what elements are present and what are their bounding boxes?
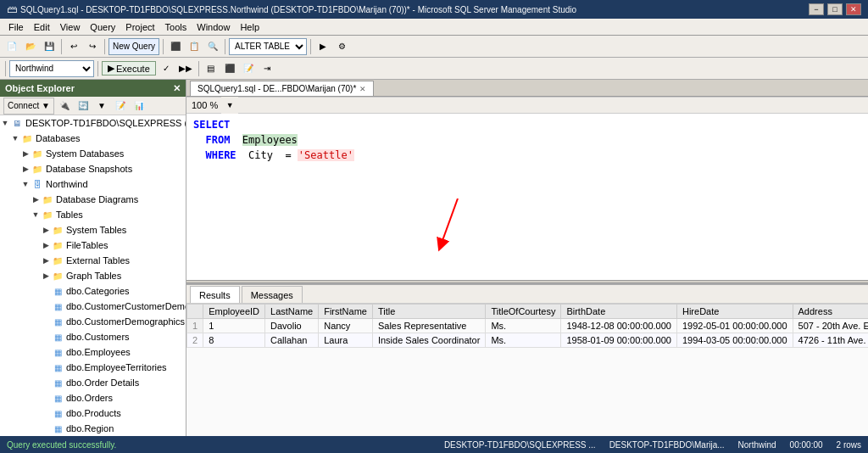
tree-expander-employees[interactable] — [41, 347, 51, 357]
tree-item-orderdetails[interactable]: ▦dbo.Order Details — [0, 375, 186, 390]
table-row[interactable]: 28CallahanLauraInside Sales CoordinatorM… — [187, 333, 869, 348]
oe-disconnect-button[interactable]: 🔌 — [56, 98, 73, 115]
menu-item-view[interactable]: View — [55, 20, 86, 34]
tree-item-graphtables[interactable]: ▶📁Graph Tables — [0, 268, 186, 283]
tree-expander-snapshots[interactable]: ▶ — [20, 164, 31, 174]
execute-button[interactable]: ▶ Execute — [102, 61, 156, 76]
tree-expander-region[interactable] — [41, 423, 51, 433]
content-area: SQLQuery1.sql - DE...FBDO\Marijan (70)* … — [186, 80, 868, 436]
alter-table-combo[interactable]: ALTER TABLE — [229, 38, 307, 55]
tree-expander-orders[interactable] — [41, 393, 51, 403]
zoom-dropdown[interactable]: ▼ — [221, 97, 238, 114]
cell-1-4: Inside Sales Coordinator — [372, 333, 485, 348]
sql-editor[interactable]: SELECT FROM Employees WHERE City = 'Seat… — [186, 114, 868, 280]
menu-item-query[interactable]: Query — [85, 20, 120, 34]
status-right: DESKTOP-TD1FBDO\SQLEXPRESS ... DESKTOP-T… — [444, 440, 861, 450]
tree-item-dbdiagrams[interactable]: ▶📁Database Diagrams — [0, 192, 186, 207]
maximize-button[interactable]: □ — [827, 3, 843, 15]
tree-expander-databases[interactable]: ▼ — [10, 133, 20, 143]
oe-refresh-button[interactable]: 🔄 — [75, 98, 92, 115]
messages-tab[interactable]: Messages — [242, 286, 303, 303]
col-header-2: LastName — [265, 305, 319, 319]
tree-item-custcustdemo[interactable]: ▦dbo.CustomerCustomerDemo — [0, 299, 186, 314]
tb-indent-button[interactable]: ⇥ — [259, 60, 275, 77]
save-button[interactable]: 💾 — [41, 38, 58, 55]
debug-button[interactable]: ▶▶ — [176, 60, 195, 77]
tree-expander-custcustdemo[interactable] — [41, 301, 51, 311]
tree-item-employees[interactable]: ▦dbo.Employees — [0, 344, 186, 360]
tb-icon-4[interactable]: ▶ — [314, 38, 331, 55]
oe-report-button[interactable]: 📊 — [131, 98, 147, 115]
minimize-button[interactable]: − — [809, 3, 824, 15]
tree-item-systables[interactable]: ▶📁System Tables — [0, 222, 186, 238]
app-icon: 🗃 — [7, 3, 17, 15]
separator-7 — [97, 61, 98, 76]
tree-item-exttables[interactable]: ▶📁External Tables — [0, 253, 186, 268]
tree-item-databases[interactable]: ▼📁Databases — [0, 131, 186, 146]
results-tabs: Results Messages — [186, 285, 868, 304]
tree-item-categories[interactable]: ▦dbo.Categories — [0, 283, 186, 299]
menu-item-window[interactable]: Window — [192, 20, 235, 34]
tree-expander-tables[interactable]: ▼ — [31, 210, 41, 220]
tree-expander-filetables[interactable]: ▶ — [41, 240, 51, 250]
tree-item-snapshots[interactable]: ▶📁Database Snapshots — [0, 161, 186, 176]
database-selector[interactable]: Northwind — [9, 60, 94, 77]
undo-button[interactable]: ↩ — [65, 38, 82, 55]
menu-item-edit[interactable]: Edit — [29, 20, 55, 34]
menu-item-help[interactable]: Help — [235, 20, 264, 34]
tree-expander-products[interactable] — [41, 408, 51, 418]
close-button[interactable]: ✕ — [846, 3, 861, 15]
tree-item-northwind[interactable]: ▼🗄Northwind — [0, 176, 186, 192]
open-button[interactable]: 📂 — [22, 38, 39, 55]
query-tab[interactable]: SQLQuery1.sql - DE...FBDO\Marijan (70)* … — [190, 81, 374, 96]
tb-icon-5[interactable]: ⚙ — [333, 38, 350, 55]
tree-item-empterritories[interactable]: ▦dbo.EmployeeTerritories — [0, 360, 186, 375]
tree-item-filetables[interactable]: ▶📁FileTables — [0, 238, 186, 253]
tree-expander-categories[interactable] — [41, 286, 51, 296]
tree-item-products[interactable]: ▦dbo.Products — [0, 405, 186, 421]
tree-item-custdemo[interactable]: ▦dbo.CustomerDemographics — [0, 314, 186, 329]
tree-item-server[interactable]: ▼🖥DESKTOP-TD1FBDO\SQLEXPRESS (SQL Server… — [0, 115, 186, 131]
tree-label-systables: System Tables — [64, 225, 126, 235]
tree-expander-custdemo[interactable] — [41, 316, 51, 327]
col-header-6: BirthDate — [561, 305, 677, 319]
tree-expander-graphtables[interactable]: ▶ — [41, 271, 51, 281]
tb-icon-1[interactable]: ⬛ — [167, 38, 184, 55]
tab-close-button[interactable]: ✕ — [359, 85, 366, 93]
menu-item-tools[interactable]: Tools — [160, 20, 192, 34]
parse-button[interactable]: ✓ — [158, 60, 175, 77]
table-row[interactable]: 11DavolioNancySales RepresentativeMs.194… — [187, 319, 869, 333]
tree-item-region[interactable]: ▦dbo.Region — [0, 421, 186, 436]
cell-1-3: Laura — [319, 333, 373, 348]
tree-expander-exttables[interactable]: ▶ — [41, 255, 51, 266]
oe-filter-button[interactable]: ▼ — [93, 98, 110, 115]
tree-expander-customers[interactable] — [41, 332, 51, 342]
menu-item-project[interactable]: Project — [120, 20, 159, 34]
status-server: DESKTOP-TD1FBDO\SQLEXPRESS ... — [444, 440, 596, 450]
new-file-button[interactable]: 📄 — [3, 38, 20, 55]
tree-expander-northwind[interactable]: ▼ — [20, 179, 31, 189]
tree-expander-systables[interactable]: ▶ — [41, 225, 51, 235]
redo-button[interactable]: ↪ — [84, 38, 101, 55]
tb-stop-button[interactable]: ⬛ — [221, 60, 238, 77]
tree-expander-sysdb[interactable]: ▶ — [20, 148, 31, 159]
tree-item-sysdb[interactable]: ▶📁System Databases — [0, 146, 186, 161]
menu-item-file[interactable]: File — [3, 20, 29, 34]
tree-expander-empterritories[interactable] — [41, 362, 51, 372]
results-tab[interactable]: Results — [190, 286, 240, 303]
oe-new-query-button[interactable]: 📝 — [112, 98, 129, 115]
tree-item-orders[interactable]: ▦dbo.Orders — [0, 390, 186, 405]
tree-item-customers[interactable]: ▦dbo.Customers — [0, 329, 186, 344]
tree-expander-server[interactable]: ▼ — [0, 118, 10, 128]
tb-icon-3[interactable]: 🔍 — [204, 38, 221, 55]
tb-icon-2[interactable]: 📋 — [186, 38, 203, 55]
oe-close-icon[interactable]: ✕ — [173, 83, 181, 94]
tb-results-button[interactable]: ▤ — [203, 60, 220, 77]
tree-label-custdemo: dbo.CustomerDemographics — [64, 316, 185, 327]
new-query-button[interactable]: New Query — [108, 38, 159, 55]
tb-comment-button[interactable]: 📝 — [240, 60, 257, 77]
tree-item-tables[interactable]: ▼📁Tables — [0, 207, 186, 222]
tree-expander-dbdiagrams[interactable]: ▶ — [31, 194, 41, 204]
tree-expander-orderdetails[interactable] — [41, 378, 51, 388]
connect-button[interactable]: Connect ▼ — [3, 98, 54, 115]
